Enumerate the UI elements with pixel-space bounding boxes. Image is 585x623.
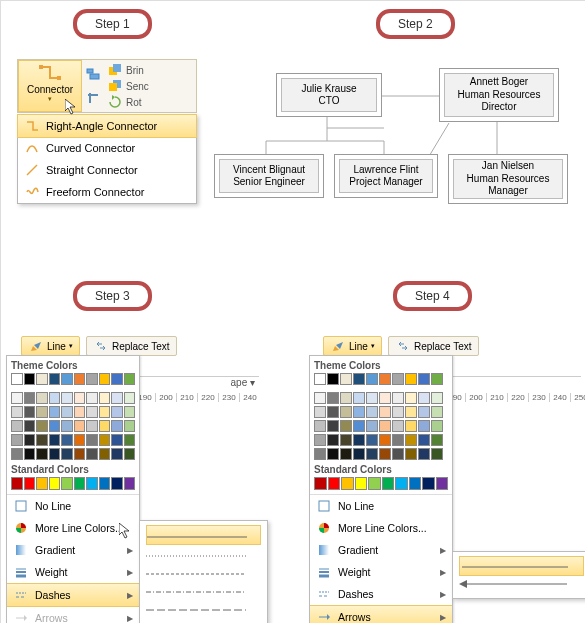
color-swatch[interactable]	[379, 434, 391, 446]
color-swatch[interactable]	[86, 420, 98, 432]
color-swatch[interactable]	[86, 373, 98, 385]
color-swatch[interactable]	[418, 448, 430, 460]
color-swatch[interactable]	[36, 477, 48, 490]
color-swatch[interactable]	[86, 392, 98, 404]
weight-item[interactable]: Weight▶	[310, 561, 452, 583]
color-swatch[interactable]	[431, 448, 443, 460]
color-swatch[interactable]	[436, 477, 449, 490]
color-swatch[interactable]	[353, 434, 365, 446]
color-swatch[interactable]	[366, 434, 378, 446]
color-swatch[interactable]	[124, 434, 136, 446]
color-swatch[interactable]	[353, 392, 365, 404]
color-swatch[interactable]	[24, 392, 36, 404]
color-swatch[interactable]	[49, 406, 61, 418]
color-swatch[interactable]	[353, 448, 365, 460]
color-swatch[interactable]	[353, 373, 365, 385]
color-swatch[interactable]	[314, 420, 326, 432]
send-backward-button[interactable]: Senc	[107, 78, 149, 94]
align-group-button[interactable]	[85, 66, 101, 82]
color-swatch[interactable]	[74, 434, 86, 446]
color-swatch[interactable]	[314, 448, 326, 460]
color-swatch[interactable]	[74, 420, 86, 432]
color-swatch[interactable]	[124, 420, 136, 432]
color-swatch[interactable]	[314, 392, 326, 404]
color-swatch[interactable]	[431, 373, 443, 385]
color-swatch[interactable]	[99, 406, 111, 418]
color-swatch[interactable]	[392, 448, 404, 460]
color-swatch[interactable]	[99, 420, 111, 432]
gradient-item[interactable]: Gradient▶	[7, 539, 139, 561]
color-swatch[interactable]	[327, 448, 339, 460]
color-swatch[interactable]	[11, 392, 23, 404]
color-swatch[interactable]	[61, 434, 73, 446]
color-swatch[interactable]	[61, 406, 73, 418]
color-swatch[interactable]	[392, 392, 404, 404]
dash-option-solid[interactable]	[146, 525, 261, 545]
color-swatch[interactable]	[111, 373, 123, 385]
color-swatch[interactable]	[111, 448, 123, 460]
color-swatch[interactable]	[314, 373, 326, 385]
arrow-option-left[interactable]	[459, 576, 584, 594]
dash-option-long[interactable]	[146, 599, 261, 617]
freeform-connector-item[interactable]: Freeform Connector	[18, 181, 196, 203]
color-swatch[interactable]	[405, 448, 417, 460]
color-swatch[interactable]	[36, 406, 48, 418]
color-swatch[interactable]	[49, 392, 61, 404]
color-swatch[interactable]	[366, 448, 378, 460]
weight-item[interactable]: Weight▶	[7, 561, 139, 583]
color-swatch[interactable]	[327, 420, 339, 432]
color-swatch[interactable]	[353, 420, 365, 432]
org-node-cto[interactable]: Julie KrauseCTO	[276, 73, 382, 117]
color-swatch[interactable]	[86, 406, 98, 418]
color-swatch[interactable]	[395, 477, 408, 490]
color-swatch[interactable]	[74, 373, 86, 385]
color-swatch[interactable]	[431, 420, 443, 432]
color-swatch[interactable]	[382, 477, 395, 490]
color-swatch[interactable]	[99, 373, 111, 385]
color-swatch[interactable]	[49, 477, 61, 490]
color-swatch[interactable]	[111, 434, 123, 446]
color-swatch[interactable]	[99, 392, 111, 404]
dashes-item[interactable]: Dashes▶	[7, 583, 139, 607]
color-swatch[interactable]	[24, 434, 36, 446]
replace-text-button[interactable]: Replace Text	[86, 336, 177, 356]
color-swatch[interactable]	[111, 477, 123, 490]
no-line-item[interactable]: No Line	[310, 495, 452, 517]
no-line-item[interactable]: No Line	[7, 495, 139, 517]
color-swatch[interactable]	[431, 434, 443, 446]
color-swatch[interactable]	[99, 477, 111, 490]
color-swatch[interactable]	[418, 420, 430, 432]
color-swatch[interactable]	[340, 434, 352, 446]
color-swatch[interactable]	[11, 373, 23, 385]
color-swatch[interactable]	[340, 392, 352, 404]
more-line-colors-item[interactable]: More Line Colors...	[310, 517, 452, 539]
color-swatch[interactable]	[392, 373, 404, 385]
color-swatch[interactable]	[24, 448, 36, 460]
color-swatch[interactable]	[379, 406, 391, 418]
color-swatch[interactable]	[328, 477, 341, 490]
color-swatch[interactable]	[61, 392, 73, 404]
color-swatch[interactable]	[99, 448, 111, 460]
color-swatch[interactable]	[74, 392, 86, 404]
color-swatch[interactable]	[61, 373, 73, 385]
color-swatch[interactable]	[379, 448, 391, 460]
color-swatch[interactable]	[340, 406, 352, 418]
org-node-hr-director[interactable]: Annett BogerHuman Resources Director	[439, 68, 559, 122]
color-swatch[interactable]	[11, 406, 23, 418]
color-swatch[interactable]	[431, 392, 443, 404]
color-swatch[interactable]	[327, 392, 339, 404]
org-node-project-manager[interactable]: Lawrence FlintProject Manager	[334, 154, 438, 198]
color-swatch[interactable]	[61, 448, 73, 460]
color-swatch[interactable]	[366, 392, 378, 404]
color-swatch[interactable]	[99, 434, 111, 446]
color-swatch[interactable]	[36, 420, 48, 432]
crop-button[interactable]	[85, 90, 101, 106]
color-swatch[interactable]	[24, 420, 36, 432]
gradient-item[interactable]: Gradient▶	[310, 539, 452, 561]
color-swatch[interactable]	[74, 406, 86, 418]
line-button[interactable]: Line▾	[21, 336, 80, 356]
color-swatch[interactable]	[36, 448, 48, 460]
curved-connector-item[interactable]: Curved Connector	[18, 137, 196, 159]
color-swatch[interactable]	[409, 477, 422, 490]
color-swatch[interactable]	[11, 420, 23, 432]
